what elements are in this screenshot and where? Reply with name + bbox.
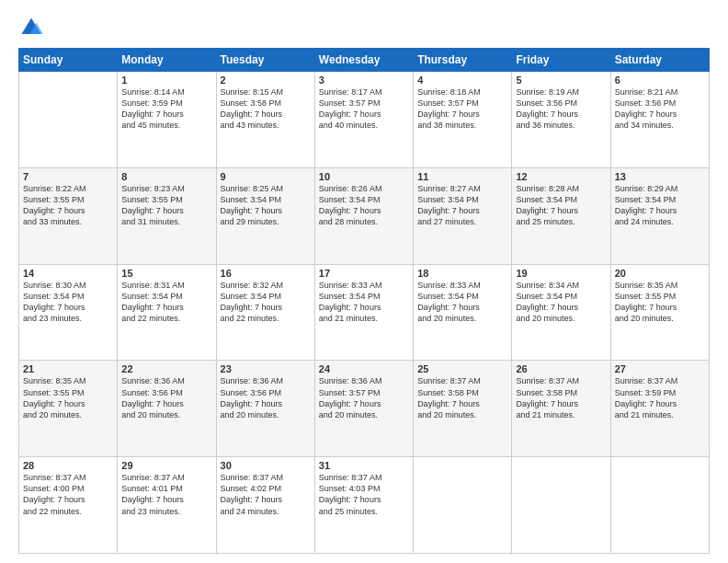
day-number: 4 (417, 75, 507, 86)
day-number: 12 (516, 171, 606, 182)
calendar-cell: 27Sunrise: 8:37 AM Sunset: 3:59 PM Dayli… (610, 361, 709, 457)
cell-info: Sunrise: 8:21 AM Sunset: 3:56 PM Dayligh… (615, 86, 705, 132)
calendar-cell: 20Sunrise: 8:35 AM Sunset: 3:55 PM Dayli… (610, 264, 709, 361)
calendar-cell: 30Sunrise: 8:37 AM Sunset: 4:02 PM Dayli… (216, 457, 314, 554)
cell-info: Sunrise: 8:37 AM Sunset: 3:59 PM Dayligh… (615, 375, 705, 420)
logo (18, 15, 48, 40)
cell-info: Sunrise: 8:17 AM Sunset: 3:57 PM Dayligh… (319, 86, 409, 132)
day-number: 15 (121, 268, 211, 279)
calendar-cell: 26Sunrise: 8:37 AM Sunset: 3:58 PM Dayli… (512, 361, 610, 457)
weekday-monday: Monday (118, 49, 216, 72)
calendar-cell: 11Sunrise: 8:27 AM Sunset: 3:54 PM Dayli… (414, 167, 512, 264)
calendar-cell: 16Sunrise: 8:32 AM Sunset: 3:54 PM Dayli… (216, 264, 314, 361)
calendar-cell: 5Sunrise: 8:19 AM Sunset: 3:56 PM Daylig… (512, 72, 610, 168)
calendar-cell (414, 457, 512, 554)
calendar-cell: 23Sunrise: 8:36 AM Sunset: 3:56 PM Dayli… (216, 361, 314, 457)
cell-info: Sunrise: 8:35 AM Sunset: 3:55 PM Dayligh… (615, 280, 705, 325)
calendar-cell: 28Sunrise: 8:37 AM Sunset: 4:00 PM Dayli… (19, 457, 118, 554)
calendar-cell (19, 72, 118, 168)
calendar-cell: 10Sunrise: 8:26 AM Sunset: 3:54 PM Dayli… (314, 167, 413, 264)
week-row-1: 1Sunrise: 8:14 AM Sunset: 3:59 PM Daylig… (19, 72, 710, 168)
day-number: 13 (615, 171, 705, 182)
calendar-cell: 25Sunrise: 8:37 AM Sunset: 3:58 PM Dayli… (414, 361, 512, 457)
calendar-cell: 14Sunrise: 8:30 AM Sunset: 3:54 PM Dayli… (19, 264, 118, 361)
cell-info: Sunrise: 8:37 AM Sunset: 4:03 PM Dayligh… (319, 472, 409, 517)
calendar-cell: 2Sunrise: 8:15 AM Sunset: 3:58 PM Daylig… (216, 72, 314, 168)
cell-info: Sunrise: 8:37 AM Sunset: 3:58 PM Dayligh… (516, 375, 606, 420)
weekday-thursday: Thursday (414, 49, 512, 72)
day-number: 29 (121, 460, 211, 471)
cell-info: Sunrise: 8:27 AM Sunset: 3:54 PM Dayligh… (417, 183, 507, 228)
day-number: 25 (417, 363, 507, 374)
cell-info: Sunrise: 8:34 AM Sunset: 3:54 PM Dayligh… (516, 280, 606, 325)
day-number: 3 (319, 75, 409, 86)
day-number: 6 (615, 75, 705, 86)
cell-info: Sunrise: 8:28 AM Sunset: 3:54 PM Dayligh… (516, 183, 606, 228)
calendar-cell: 31Sunrise: 8:37 AM Sunset: 4:03 PM Dayli… (314, 457, 413, 554)
cell-info: Sunrise: 8:23 AM Sunset: 3:55 PM Dayligh… (121, 183, 211, 228)
cell-info: Sunrise: 8:15 AM Sunset: 3:58 PM Dayligh… (221, 86, 311, 132)
calendar-cell: 1Sunrise: 8:14 AM Sunset: 3:59 PM Daylig… (118, 72, 216, 168)
day-number: 30 (221, 460, 311, 471)
cell-info: Sunrise: 8:33 AM Sunset: 3:54 PM Dayligh… (417, 280, 507, 325)
day-number: 18 (417, 268, 507, 279)
cell-info: Sunrise: 8:29 AM Sunset: 3:54 PM Dayligh… (615, 183, 705, 228)
calendar-cell: 21Sunrise: 8:35 AM Sunset: 3:55 PM Dayli… (19, 361, 118, 457)
cell-info: Sunrise: 8:37 AM Sunset: 4:00 PM Dayligh… (23, 472, 113, 517)
calendar-table: SundayMondayTuesdayWednesdayThursdayFrid… (18, 48, 710, 554)
day-number: 20 (615, 268, 705, 279)
cell-info: Sunrise: 8:33 AM Sunset: 3:54 PM Dayligh… (319, 280, 409, 325)
calendar-cell: 8Sunrise: 8:23 AM Sunset: 3:55 PM Daylig… (118, 167, 216, 264)
cell-info: Sunrise: 8:19 AM Sunset: 3:56 PM Dayligh… (516, 86, 606, 132)
cell-info: Sunrise: 8:36 AM Sunset: 3:56 PM Dayligh… (221, 375, 311, 420)
day-number: 27 (615, 363, 705, 374)
weekday-header-row: SundayMondayTuesdayWednesdayThursdayFrid… (19, 49, 710, 72)
calendar-cell: 9Sunrise: 8:25 AM Sunset: 3:54 PM Daylig… (216, 167, 314, 264)
calendar-cell (610, 457, 709, 554)
cell-info: Sunrise: 8:37 AM Sunset: 4:01 PM Dayligh… (121, 472, 211, 517)
calendar-cell: 17Sunrise: 8:33 AM Sunset: 3:54 PM Dayli… (314, 264, 413, 361)
calendar-cell: 29Sunrise: 8:37 AM Sunset: 4:01 PM Dayli… (118, 457, 216, 554)
cell-info: Sunrise: 8:18 AM Sunset: 3:57 PM Dayligh… (417, 86, 507, 132)
day-number: 23 (221, 363, 311, 374)
cell-info: Sunrise: 8:14 AM Sunset: 3:59 PM Dayligh… (121, 86, 211, 132)
calendar-cell: 15Sunrise: 8:31 AM Sunset: 3:54 PM Dayli… (118, 264, 216, 361)
calendar-cell: 18Sunrise: 8:33 AM Sunset: 3:54 PM Dayli… (414, 264, 512, 361)
cell-info: Sunrise: 8:35 AM Sunset: 3:55 PM Dayligh… (23, 375, 113, 420)
page: SundayMondayTuesdayWednesdayThursdayFrid… (0, 0, 728, 563)
day-number: 8 (121, 171, 211, 182)
day-number: 14 (23, 268, 113, 279)
calendar-cell: 3Sunrise: 8:17 AM Sunset: 3:57 PM Daylig… (314, 72, 413, 168)
day-number: 24 (319, 363, 409, 374)
day-number: 26 (516, 363, 606, 374)
day-number: 9 (221, 171, 311, 182)
cell-info: Sunrise: 8:32 AM Sunset: 3:54 PM Dayligh… (221, 280, 311, 325)
week-row-5: 28Sunrise: 8:37 AM Sunset: 4:00 PM Dayli… (19, 457, 710, 554)
calendar-cell (512, 457, 610, 554)
weekday-wednesday: Wednesday (314, 49, 413, 72)
cell-info: Sunrise: 8:22 AM Sunset: 3:55 PM Dayligh… (23, 183, 113, 228)
calendar-cell: 24Sunrise: 8:36 AM Sunset: 3:57 PM Dayli… (314, 361, 413, 457)
day-number: 2 (221, 75, 311, 86)
cell-info: Sunrise: 8:25 AM Sunset: 3:54 PM Dayligh… (221, 183, 311, 228)
cell-info: Sunrise: 8:30 AM Sunset: 3:54 PM Dayligh… (23, 280, 113, 325)
calendar-cell: 13Sunrise: 8:29 AM Sunset: 3:54 PM Dayli… (610, 167, 709, 264)
cell-info: Sunrise: 8:36 AM Sunset: 3:57 PM Dayligh… (319, 375, 409, 420)
weekday-friday: Friday (512, 49, 610, 72)
cell-info: Sunrise: 8:26 AM Sunset: 3:54 PM Dayligh… (319, 183, 409, 228)
cell-info: Sunrise: 8:31 AM Sunset: 3:54 PM Dayligh… (121, 280, 211, 325)
day-number: 21 (23, 363, 113, 374)
day-number: 10 (319, 171, 409, 182)
week-row-4: 21Sunrise: 8:35 AM Sunset: 3:55 PM Dayli… (19, 361, 710, 457)
calendar-cell: 19Sunrise: 8:34 AM Sunset: 3:54 PM Dayli… (512, 264, 610, 361)
calendar-cell: 12Sunrise: 8:28 AM Sunset: 3:54 PM Dayli… (512, 167, 610, 264)
logo-icon (18, 15, 44, 40)
cell-info: Sunrise: 8:37 AM Sunset: 4:02 PM Dayligh… (221, 472, 311, 517)
day-number: 17 (319, 268, 409, 279)
day-number: 16 (221, 268, 311, 279)
cell-info: Sunrise: 8:36 AM Sunset: 3:56 PM Dayligh… (121, 375, 211, 420)
day-number: 11 (417, 171, 507, 182)
day-number: 31 (319, 460, 409, 471)
calendar-cell: 7Sunrise: 8:22 AM Sunset: 3:55 PM Daylig… (19, 167, 118, 264)
week-row-2: 7Sunrise: 8:22 AM Sunset: 3:55 PM Daylig… (19, 167, 710, 264)
